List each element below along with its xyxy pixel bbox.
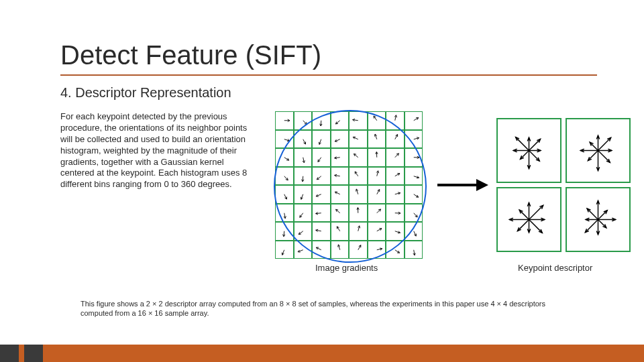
bar-accent-2 [24, 345, 43, 362]
gradient-cell [275, 111, 294, 130]
keypoint-descriptor-grid [496, 118, 631, 252]
content-row: For each keypoint detected by the previo… [60, 111, 597, 265]
caption-right: Keypoint descriptor [518, 263, 592, 273]
svg-line-83 [529, 220, 543, 233]
bar-accent-1 [0, 345, 19, 362]
svg-line-97 [598, 210, 608, 220]
descriptor-cell [566, 118, 631, 183]
svg-line-81 [598, 137, 611, 150]
footnote: This figure shows a 2 × 2 descriptor arr… [80, 299, 550, 318]
svg-line-69 [520, 151, 529, 160]
gaussian-circle [274, 110, 427, 263]
gradient-cell [405, 241, 423, 259]
svg-line-93 [585, 220, 598, 233]
paragraph: For each keypoint detected by the previo… [60, 111, 255, 190]
descriptor-cell [496, 187, 561, 252]
svg-line-89 [529, 205, 543, 219]
svg-line-91 [598, 220, 606, 228]
arrow-icon [436, 175, 490, 195]
svg-line-87 [519, 210, 529, 219]
slide-subtitle: 4. Descriptor Representation [60, 85, 597, 101]
slide-title: Detect Feature (SIFT) [60, 40, 597, 70]
figure: Image gradients Keypoint descriptor [268, 111, 597, 265]
slide: Detect Feature (SIFT) 4. Descriptor Repr… [0, 0, 644, 362]
bottom-bar [0, 345, 644, 362]
gradient-cell [275, 241, 294, 259]
svg-line-71 [516, 137, 529, 151]
descriptor-cell [566, 187, 631, 252]
svg-line-79 [590, 142, 598, 150]
svg-marker-65 [476, 179, 488, 191]
gradient-cell [405, 111, 423, 130]
title-underline [60, 74, 597, 76]
svg-line-77 [588, 151, 598, 161]
svg-line-75 [598, 151, 610, 163]
descriptor-cell [496, 118, 561, 183]
caption-left: Image gradients [315, 263, 378, 273]
